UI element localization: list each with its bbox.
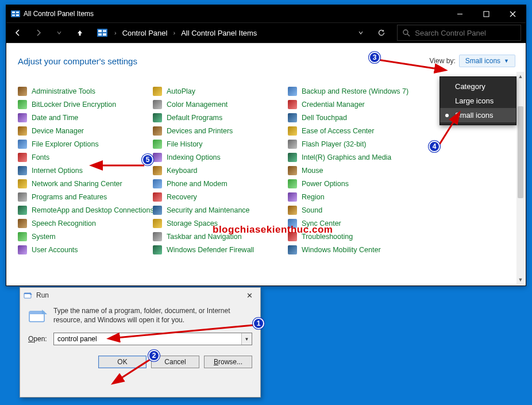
control-panel-item[interactable]: Device Manager [18,126,153,136]
recent-dropdown[interactable] [50,24,68,41]
viewby-menu-item[interactable]: Category [440,79,516,94]
viewby-value: Small icons [465,57,500,65]
item-label: Dell Touchpad [302,114,347,122]
item-label: Date and Time [32,114,78,122]
control-panel-item[interactable]: User Accounts [18,245,153,254]
control-panel-item[interactable]: Windows Defender Firewall [153,245,288,254]
control-panel-item[interactable]: Default Programs [153,113,288,122]
item-icon [153,192,162,202]
maximize-button[interactable] [473,5,499,22]
watermark-text: blogchiasekienthuc.com [213,224,333,236]
svg-rect-6 [484,11,489,17]
control-panel-item[interactable]: Windows Mobility Center [288,245,423,254]
item-icon [18,192,27,202]
control-panel-item[interactable]: Keyboard [153,166,288,175]
address-bar[interactable]: › Control Panel › All Control Panel Item… [91,28,261,38]
control-panel-item[interactable]: Intel(R) Graphics and Media [288,153,423,162]
search-input[interactable] [415,29,521,37]
breadcrumb-root[interactable]: Control Panel [122,29,168,37]
browse-button[interactable]: Browse... [204,356,252,368]
run-icon [24,291,33,300]
scroll-up-arrow[interactable]: ▲ [516,72,525,81]
up-button[interactable] [71,24,89,41]
control-panel-item[interactable]: Phone and Modem [153,179,288,188]
control-panel-item[interactable]: Dell Touchpad [288,113,423,122]
control-panel-item[interactable]: Indexing Options [153,153,288,162]
item-label: Flash Player (32-bit) [302,140,367,148]
control-panel-item[interactable]: File Explorer Options [18,140,153,149]
item-icon [18,219,27,228]
scroll-down-arrow[interactable]: ▼ [516,275,525,284]
vertical-scrollbar[interactable]: ▲ ▼ [516,72,525,284]
address-history-dropdown[interactable] [352,30,369,36]
control-panel-item[interactable]: Ease of Access Center [288,126,423,136]
control-panel-item[interactable]: Flash Player (32-bit) [288,140,423,149]
control-panel-item[interactable]: Fonts [18,153,153,162]
scrollbar-thumb[interactable] [518,106,523,198]
item-label: Windows Defender Firewall [167,246,254,254]
viewby-menu-item[interactable]: Small icons [440,108,516,122]
control-panel-item[interactable]: BitLocker Drive Encryption [18,100,153,109]
minimize-button[interactable] [446,5,473,22]
annotation-badge-3: 3 [369,52,380,63]
viewby-menu[interactable]: CategoryLarge iconsSmall icons [440,76,516,125]
nav-bar: › Control Panel › All Control Panel Item… [6,22,526,43]
item-label: Color Management [167,101,228,109]
control-panel-item[interactable]: System [18,232,153,241]
open-combobox[interactable]: ▼ [53,333,252,345]
item-icon [18,179,27,188]
item-label: Windows Mobility Center [302,246,381,254]
forward-button[interactable] [29,24,48,41]
control-panel-item[interactable]: Programs and Features [18,192,153,202]
control-panel-item[interactable]: Security and Maintenance [153,206,288,215]
item-icon [18,140,27,149]
control-panel-item[interactable]: RemoteApp and Desktop Connections [18,206,153,215]
control-panel-item[interactable]: Devices and Printers [153,126,288,136]
item-icon [18,206,27,215]
item-label: Devices and Printers [167,127,233,135]
item-icon [153,232,162,241]
item-icon [288,100,297,109]
control-panel-item[interactable]: Backup and Restore (Windows 7) [288,87,423,96]
item-label: Region [302,193,325,201]
svg-point-14 [403,30,408,34]
control-panel-item[interactable]: Speech Recognition [18,219,153,228]
combobox-dropdown-button[interactable]: ▼ [241,333,252,345]
titlebar: All Control Panel Items [6,5,526,22]
control-panel-item[interactable]: Color Management [153,100,288,109]
item-icon [18,113,27,122]
open-input[interactable] [53,333,252,345]
control-panel-item[interactable]: Recovery [153,192,288,202]
control-panel-item[interactable]: Mouse [288,166,423,175]
item-label: Default Programs [167,114,222,122]
control-panel-item[interactable]: Administrative Tools [18,87,153,96]
close-button[interactable] [499,5,526,22]
back-button[interactable] [9,24,27,41]
breadcrumb-current[interactable]: All Control Panel Items [181,29,257,37]
control-panel-item[interactable]: Power Options [288,179,423,188]
control-panel-item[interactable]: Network and Sharing Center [18,179,153,188]
control-panel-item[interactable]: Region [288,192,423,202]
control-panel-item[interactable]: AutoPlay [153,87,288,96]
control-panel-item[interactable]: Internet Options [18,166,153,175]
svg-rect-13 [103,33,106,36]
control-panel-item[interactable]: Date and Time [18,113,153,122]
item-label: Ease of Access Center [302,127,374,135]
item-label: RemoteApp and Desktop Connections [32,206,154,214]
control-panel-item[interactable]: Credential Manager [288,100,423,109]
control-panel-item[interactable]: Sound [288,206,423,215]
item-label: Storage Spaces [167,219,218,227]
control-panel-item[interactable]: File History [153,140,288,149]
search-box[interactable] [397,25,521,41]
run-close-button[interactable]: ✕ [242,289,257,302]
refresh-button[interactable] [372,29,391,37]
item-label: Fonts [32,153,49,161]
viewby-menu-item[interactable]: Large icons [440,94,516,108]
page-title: Adjust your computer's settings [18,56,430,66]
ok-button[interactable]: OK [98,356,147,368]
viewby-button[interactable]: Small icons ▼ [459,55,515,67]
item-icon [153,140,162,149]
item-icon [18,166,27,175]
item-icon [288,126,297,136]
annotation-badge-1: 1 [253,318,264,329]
